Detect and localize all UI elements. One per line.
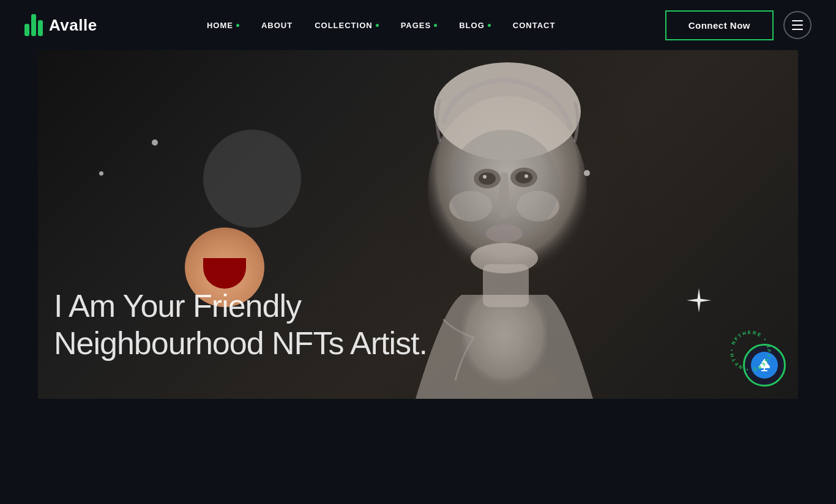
connect-now-button[interactable]: Connect Now: [665, 10, 774, 40]
nav-dot-collection: [376, 24, 379, 27]
sparkle-decoration: [685, 287, 712, 319]
nav-label-contact: CONTACT: [513, 21, 556, 30]
logo-text: Avalle: [49, 16, 97, 35]
main-nav: HOME ABOUT COLLECTION PAGES BLOG CONTACT: [207, 21, 555, 30]
decorative-dot-1: [152, 139, 158, 146]
logo-icon: [24, 14, 43, 36]
decorative-dot-3: [584, 170, 590, 176]
decorative-dot-2: [99, 171, 103, 176]
svg-point-16: [449, 130, 559, 240]
nav-dot-pages: [434, 24, 437, 27]
hero-text-block: I Am Your Friendly Neighbourhood NFTs Ar…: [54, 289, 427, 362]
nav-label-collection: COLLECTION: [315, 21, 373, 30]
nav-item-home[interactable]: HOME: [207, 21, 239, 30]
header-right: Connect Now: [665, 10, 812, 40]
opensea-rotating-ring: • NFTHERE • NFTHERE • NFTHERE: [729, 330, 772, 372]
nav-item-collection[interactable]: COLLECTION: [315, 21, 379, 30]
menu-line-3: [792, 29, 803, 30]
nav-dot-home: [236, 24, 239, 27]
hamburger-menu-button[interactable]: [783, 11, 812, 39]
svg-point-17: [486, 224, 523, 243]
nav-item-contact[interactable]: CONTACT: [513, 21, 556, 30]
opensea-badge[interactable]: • NFTHERE • NFTHERE • NFTHERE: [743, 344, 786, 387]
nav-item-blog[interactable]: BLOG: [459, 21, 491, 30]
nav-dot-blog: [488, 24, 491, 27]
nav-item-about[interactable]: ABOUT: [261, 21, 293, 30]
hero-section: I Am Your Friendly Neighbourhood NFTs Ar…: [38, 50, 798, 399]
hero-headline-line1: I Am Your Friendly: [54, 289, 427, 324]
hero-headline-line2: Neighbourhood NFTs Artist.: [54, 324, 427, 362]
nav-item-pages[interactable]: PAGES: [401, 21, 438, 30]
logo[interactable]: Avalle: [24, 14, 97, 36]
nav-label-blog: BLOG: [459, 21, 485, 30]
nav-label-about: ABOUT: [261, 21, 293, 30]
mouth-inner: [203, 258, 246, 289]
menu-line-1: [792, 20, 803, 21]
face-circle-overlay: [203, 130, 301, 228]
header: Avalle HOME ABOUT COLLECTION PAGES BLOG …: [0, 0, 836, 50]
menu-line-2: [792, 24, 803, 26]
nav-label-home: HOME: [207, 21, 233, 30]
svg-text:• NFTHERE • NFTHERE • NFTHERE: • NFTHERE • NFTHERE • NFTHERE: [729, 330, 772, 372]
nav-label-pages: PAGES: [401, 21, 431, 30]
